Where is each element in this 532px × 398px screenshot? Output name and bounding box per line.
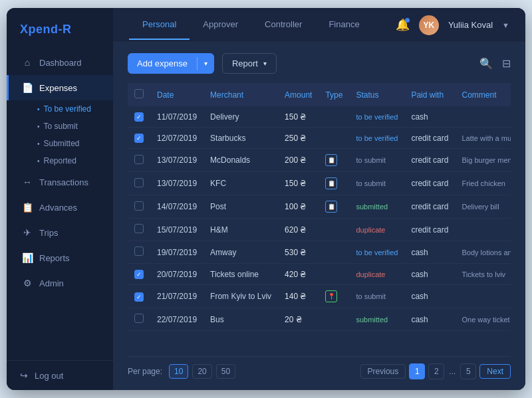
row-type: 📋	[319, 149, 349, 172]
reports-icon: 📊	[22, 252, 33, 263]
row-date: 13/07/2019	[150, 172, 203, 195]
row-checkbox[interactable]	[134, 314, 144, 323]
row-amount: 620 ₴	[278, 219, 319, 241]
row-checkbox-cell	[128, 219, 150, 241]
sidebar-item-label: Dashboard	[39, 58, 82, 68]
top-nav: Personal Approver Controller Finance 🔔 Y…	[113, 8, 525, 43]
subitem-reported[interactable]: Reported	[37, 152, 113, 169]
row-paid-with: credit card	[404, 195, 455, 219]
row-checkbox[interactable]	[134, 224, 144, 233]
row-merchant: McDonalds	[203, 149, 278, 172]
report-dropdown-arrow: ▾	[263, 60, 267, 67]
row-checkbox[interactable]: ✓	[134, 270, 144, 279]
subitem-label: To submit	[44, 122, 78, 131]
table-row: 13/07/2019McDonalds200 ₴📋to submitcredit…	[128, 149, 511, 172]
report-label: Report	[232, 58, 258, 68]
sidebar-item-label: Trips	[39, 228, 58, 238]
page-5[interactable]: 5	[460, 363, 476, 379]
tab-finance[interactable]: Finance	[315, 10, 372, 40]
row-status: submitted	[349, 308, 404, 331]
user-dropdown-arrow[interactable]: ▼	[502, 21, 509, 29]
tab-controller[interactable]: Controller	[251, 10, 315, 40]
trips-icon: ✈	[22, 227, 33, 238]
row-status: to submit	[349, 285, 404, 308]
logout-label: Log out	[35, 371, 63, 381]
row-comment: Fried chicken	[455, 172, 511, 195]
doc-icon: 📋	[325, 154, 337, 166]
row-paid-with: cash	[404, 241, 455, 264]
row-paid-with: cash	[404, 285, 455, 308]
row-comment: Latte with a muffin	[455, 128, 511, 149]
filter-icon[interactable]: ⊟	[502, 57, 511, 70]
report-button[interactable]: Report ▾	[222, 53, 277, 74]
expenses-table: Date Merchant Amount Type Status Paid wi…	[128, 83, 511, 331]
per-page-10[interactable]: 10	[169, 364, 188, 379]
pagination: Per page: 10 20 50 Previous 1 2 ... 5 Ne…	[128, 356, 511, 379]
row-checkbox-cell	[128, 195, 150, 219]
row-status: to submit	[349, 149, 404, 172]
page-2[interactable]: 2	[428, 363, 444, 379]
topnav-right: 🔔 YK Yuliia Koval ▼	[396, 15, 509, 35]
search-icon[interactable]: 🔍	[479, 57, 493, 70]
subitem-to-submit[interactable]: To submit	[37, 118, 113, 135]
sidebar-item-trips[interactable]: ✈ Trips	[7, 220, 113, 245]
next-button[interactable]: Next	[479, 364, 511, 379]
row-checkbox[interactable]	[134, 247, 144, 256]
row-checkbox[interactable]	[134, 178, 144, 187]
row-comment	[455, 285, 511, 308]
per-page-20[interactable]: 20	[192, 364, 211, 379]
sidebar: Xpend-R ⌂ Dashboard 📄 Expenses To be ver…	[7, 8, 113, 390]
row-date: 11/07/2019	[150, 106, 203, 128]
col-amount: Amount	[278, 83, 319, 106]
row-status: to be verified	[349, 128, 404, 149]
table-row: 22/07/2019Bus20 ₴submittedcashOne way ti…	[128, 308, 511, 331]
row-date: 20/07/2019	[150, 264, 203, 285]
row-date: 12/07/2019	[150, 128, 203, 149]
table-row: 19/07/2019Amway530 ₴to be verifiedcashBo…	[128, 241, 511, 264]
nav-tabs: Personal Approver Controller Finance	[129, 10, 396, 40]
add-expense-button[interactable]: Add expense ▾	[128, 53, 214, 74]
transactions-icon: ↔	[22, 177, 33, 187]
sidebar-item-dashboard[interactable]: ⌂ Dashboard	[7, 50, 113, 75]
row-checkbox[interactable]: ✓	[134, 292, 144, 302]
subitem-label: Submitted	[44, 139, 80, 148]
col-paid-with: Paid with	[404, 83, 455, 106]
table-row: 13/07/2019KFC150 ₴📋to submitcredit cardF…	[128, 172, 511, 195]
row-checkbox[interactable]: ✓	[134, 112, 144, 122]
sidebar-item-advances[interactable]: 📋 Advances	[7, 195, 113, 220]
row-merchant: Amway	[203, 241, 278, 264]
row-amount: 420 ₴	[278, 264, 319, 285]
add-expense-dropdown-arrow[interactable]: ▾	[198, 54, 214, 72]
expenses-table-wrap: Date Merchant Amount Type Status Paid wi…	[128, 83, 511, 353]
sidebar-item-expenses[interactable]: 📄 Expenses	[7, 75, 113, 100]
sidebar-item-reports[interactable]: 📊 Reports	[7, 245, 113, 270]
row-checkbox[interactable]	[134, 201, 144, 211]
tab-personal[interactable]: Personal	[129, 10, 190, 40]
row-amount: 530 ₴	[278, 241, 319, 264]
row-status: to be verified	[349, 106, 404, 128]
page-1[interactable]: 1	[409, 363, 425, 379]
toolbar: Add expense ▾ Report ▾ 🔍 ⊟	[128, 53, 511, 74]
row-type	[319, 241, 349, 264]
avatar-initials: YK	[424, 21, 435, 30]
row-paid-with: credit card	[404, 149, 455, 172]
subitem-to-be-verified[interactable]: To be verified	[37, 100, 113, 118]
table-row: ✓12/07/2019Starbucks250 ₴to be verifiedc…	[128, 128, 511, 149]
subitem-submitted[interactable]: Submitted	[37, 135, 113, 152]
select-all-checkbox[interactable]	[134, 89, 144, 98]
sidebar-item-label: Reports	[39, 253, 70, 263]
row-merchant: H&M	[203, 219, 278, 241]
tab-approver[interactable]: Approver	[190, 10, 251, 40]
notification-bell[interactable]: 🔔	[396, 18, 410, 32]
row-checkbox[interactable]	[134, 155, 144, 164]
prev-button[interactable]: Previous	[360, 364, 406, 379]
sidebar-item-admin[interactable]: ⚙ Admin	[7, 270, 113, 296]
per-page-50[interactable]: 50	[216, 364, 235, 379]
advances-icon: 📋	[22, 202, 33, 213]
row-checkbox[interactable]: ✓	[134, 134, 144, 143]
row-merchant: Delivery	[203, 106, 278, 128]
sidebar-item-transactions[interactable]: ↔ Transactions	[7, 169, 113, 195]
logout-button[interactable]: ↪ Log out	[7, 360, 113, 390]
sidebar-item-label: Advances	[39, 203, 77, 213]
row-date: 21/07/2019	[150, 285, 203, 308]
